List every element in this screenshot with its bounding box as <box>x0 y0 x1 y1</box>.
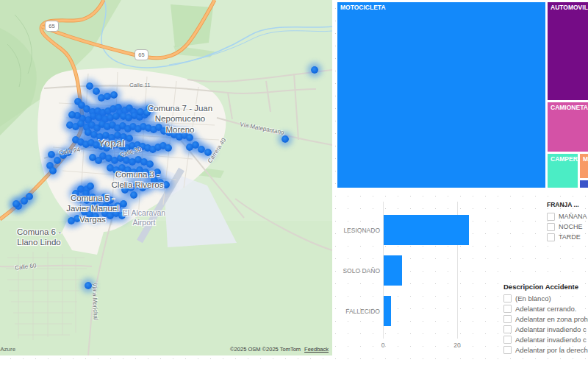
descripcion-item: Adelantar cerrando. <box>503 303 588 314</box>
vehicle-class-treemap: MOTOCICLETAAUTOMOVILCAMIONETACAMPER...M.… <box>337 2 588 188</box>
franja-slicer: FRANJA ... MAÑANANOCHETARDE <box>547 201 588 242</box>
descripcion-item: Adelantar en zona prohi <box>503 314 588 324</box>
descripcion-item-label: Adelantar por la derech <box>515 346 588 354</box>
powerbi-canvas: 6565Calle 11Calle 24Calle 30Carrera 40Ví… <box>0 0 588 368</box>
place-label: Comuna 3 -Clelia Riveros <box>112 169 164 191</box>
franja-item-label: MAÑANA <box>559 213 587 220</box>
road-label: Vía Matepantano <box>240 121 285 135</box>
bar-category-label: FALLECIDO <box>334 308 380 315</box>
descripcion-checkbox[interactable] <box>503 346 512 354</box>
road-label: Calle 60 <box>15 262 37 272</box>
treemap-tile[interactable]: MOTOCICLETA <box>337 2 545 188</box>
map-attribution: ©2025 OSM ©2025 TomTomFeedback <box>230 346 329 353</box>
bar-fallecido[interactable] <box>384 296 391 326</box>
descripcion-checkbox[interactable] <box>503 294 512 302</box>
treemap-tile[interactable]: CAMPER... <box>548 154 578 188</box>
map-labels-layer: 6565Calle 11Calle 24Calle 30Carrera 40Ví… <box>0 0 332 355</box>
bar-axis-tick: 20 <box>453 342 460 349</box>
bar-lesionado[interactable] <box>384 215 469 245</box>
franja-slicer-items: MAÑANANOCHETARDE <box>547 211 588 242</box>
descripcion-checkbox[interactable] <box>503 315 512 323</box>
descripcion-item: Adelantar invadiendo c <box>503 334 588 344</box>
bar-category-label: SOLO DAÑO <box>334 267 380 275</box>
place-label: Comuna 6 -Llano Lindo <box>17 227 61 248</box>
descripcion-item-label: Adelantar en zona prohi <box>515 315 588 323</box>
bar-category-label: LESIONADO <box>334 227 380 234</box>
franja-item: NOCHE <box>547 222 588 232</box>
city-label: Yopal <box>98 138 125 149</box>
franja-checkbox[interactable] <box>547 223 555 231</box>
treemap-tile-label: MOTOCICLETA <box>337 2 545 11</box>
descripcion-slicer: Descripcion Accidente (En blanco)Adelant… <box>503 283 588 355</box>
highway-65-shield: 65 <box>135 49 148 60</box>
descripcion-item: (En blanco) <box>503 293 588 303</box>
franja-item-label: TARDE <box>559 233 581 241</box>
treemap-tile-label: AUTOMOVIL <box>548 2 588 11</box>
treemap-tile-label: CAMPER... <box>548 154 578 163</box>
treemap-tile-label: CAMIONETA <box>548 102 588 111</box>
descripcion-item-label: Adelantar invadiendo c <box>515 325 587 333</box>
place-label: Comuna 5 -Javier ManuelVargas <box>66 193 119 224</box>
road-label: Via a Morichal <box>91 283 99 320</box>
severity-bar-chart: 020LESIONADOSOLO DAÑOFALLECIDO <box>334 190 511 353</box>
franja-slicer-title: FRANJA ... <box>547 201 588 208</box>
franja-checkbox[interactable] <box>547 233 555 241</box>
highway-65-shield: 65 <box>45 21 59 32</box>
azure-attribution: Microsoft Azure <box>0 346 15 353</box>
treemap-tile[interactable]: CAMIONETA <box>548 102 588 152</box>
descripcion-item-label: Adelantar cerrando. <box>515 305 576 313</box>
descripcion-item: Adelantar invadiendo c <box>503 324 588 334</box>
treemap-tile-label: M... <box>580 154 588 163</box>
franja-item: TARDE <box>547 232 588 242</box>
descripcion-item-label: (En blanco) <box>515 294 551 302</box>
descripcion-checkbox[interactable] <box>503 305 512 313</box>
accident-map[interactable]: 6565Calle 11Calle 24Calle 30Carrera 40Ví… <box>0 0 332 355</box>
feedback-link[interactable]: Feedback <box>304 346 329 353</box>
osm-tomtom-attribution: ©2025 OSM ©2025 TomTom <box>230 346 301 353</box>
treemap-tile[interactable] <box>580 180 588 188</box>
descripcion-checkbox[interactable] <box>503 325 512 333</box>
descripcion-slicer-title: Descripcion Accidente <box>503 283 588 291</box>
treemap-tile[interactable]: M... <box>580 154 588 178</box>
descripcion-checkbox[interactable] <box>503 336 512 344</box>
place-label: El AlcaravanAirport <box>123 208 165 227</box>
road-label: Calle 24 <box>58 146 80 157</box>
bar-axis-tick: 0 <box>381 342 385 349</box>
franja-item: MAÑANA <box>547 211 588 222</box>
descripcion-item: Adelantar por la derech <box>503 344 588 355</box>
descripcion-item-label: Adelantar invadiendo c <box>515 336 587 344</box>
bar-solodao[interactable] <box>384 255 402 286</box>
road-label: Carrera 40 <box>207 137 227 164</box>
franja-item-label: NOCHE <box>559 223 583 230</box>
place-label: Comuna 7 - JuanNepomucenoMoreno <box>148 103 212 135</box>
descripcion-slicer-items: (En blanco)Adelantar cerrando.Adelantar … <box>503 293 588 355</box>
treemap-tile[interactable]: AUTOMOVIL <box>548 2 588 100</box>
road-label: Calle 11 <box>129 82 151 88</box>
franja-checkbox[interactable] <box>547 213 555 221</box>
